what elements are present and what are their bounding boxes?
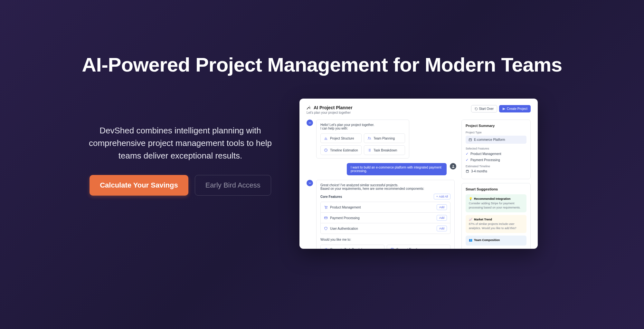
wand-icon	[307, 105, 311, 110]
check-icon: ✓	[466, 158, 469, 162]
timeline-value: 3-4 months	[466, 169, 526, 173]
send-icon	[502, 107, 506, 111]
add-all-button[interactable]: + Add All	[434, 194, 450, 199]
svg-point-4	[311, 123, 311, 123]
svg-point-11	[308, 183, 309, 184]
ai-message: Hello! Let's plan your project together.…	[316, 120, 409, 159]
project-type-label: Project Type	[466, 131, 526, 134]
smart-suggestions-card: Smart Suggestions 💡Recommended Integrati…	[461, 183, 531, 249]
svg-rect-17	[466, 170, 469, 172]
svg-point-12	[311, 183, 311, 184]
svg-point-3	[308, 123, 309, 123]
ai-message: Great choice! I've analyzed similar succ…	[316, 180, 455, 249]
timeline-label: Estimated Timeline	[466, 165, 526, 168]
create-project-button[interactable]: Create Project	[499, 105, 531, 112]
suggestion-item: 📈Market Trend 87% of similar projects in…	[466, 215, 526, 233]
ai-avatar	[307, 180, 313, 186]
user-avatar	[450, 163, 456, 169]
trend-icon: 📈	[469, 218, 472, 221]
svg-point-7	[452, 165, 454, 166]
list-icon	[324, 247, 328, 249]
mockup-subtitle: Let's plan your project together	[307, 111, 353, 114]
bulb-icon: 💡	[469, 197, 472, 200]
user-message: I want to build an e-commerce platform w…	[347, 163, 447, 175]
add-button[interactable]: Add	[437, 215, 447, 221]
cart-icon	[324, 205, 328, 209]
ai-avatar	[307, 120, 313, 126]
followup-prompt: Would you like me to:	[320, 238, 450, 241]
team-icon: 👥	[469, 238, 472, 242]
feature-row: User Authentication Add	[320, 223, 450, 234]
svg-rect-15	[325, 217, 327, 219]
hero-subtitle: DevShed combines intelligent planning wi…	[80, 124, 280, 162]
suggestion-item: 👥Team Composition	[466, 236, 526, 246]
svg-point-2	[311, 122, 311, 122]
list-icon	[367, 148, 371, 152]
start-over-button[interactable]: Start Over	[471, 105, 497, 112]
core-features-label: Core Features	[320, 195, 342, 198]
svg-point-10	[311, 182, 311, 182]
selected-feature: ✓Payment Processing	[466, 158, 526, 162]
hero-title: AI-Powered Project Management for Modern…	[32, 53, 612, 76]
svg-point-8	[309, 183, 310, 184]
svg-point-1	[308, 122, 309, 122]
action-generate-breakdown[interactable]: Generate Task Breakdown	[320, 245, 384, 249]
project-type-value: E-commerce Platform	[466, 136, 526, 144]
action-suggest-timeline[interactable]: Suggest Timeline	[387, 245, 451, 249]
mockup-title: AI Project Planner	[314, 105, 353, 110]
tile-timeline[interactable]: Timeline Estimation	[320, 145, 362, 155]
calendar-icon	[390, 247, 394, 249]
svg-point-13	[325, 208, 326, 209]
svg-point-14	[327, 208, 327, 209]
add-button[interactable]: Add	[437, 226, 447, 231]
selected-features-label: Selected Features	[466, 147, 526, 150]
svg-rect-16	[391, 248, 393, 249]
users-icon	[367, 136, 371, 140]
calculate-savings-button[interactable]: Calculate Your Savings	[90, 175, 188, 196]
project-summary-card: Project Summary Project Type E-commerce …	[461, 120, 531, 179]
calendar-icon	[466, 169, 469, 173]
rotate-icon	[475, 107, 478, 111]
feature-row: Payment Processing Add	[320, 213, 450, 223]
summary-title: Project Summary	[466, 124, 526, 128]
svg-point-5	[368, 137, 369, 138]
chart-icon	[324, 136, 328, 140]
tile-task-breakdown[interactable]: Task Breakdown	[364, 145, 405, 155]
check-icon: ✓	[466, 152, 469, 156]
add-button[interactable]: Add	[437, 204, 447, 210]
selected-feature: ✓Product Management	[466, 152, 526, 156]
early-bird-button[interactable]: Early Bird Access	[195, 175, 271, 196]
store-icon	[469, 138, 472, 141]
svg-point-9	[308, 182, 309, 182]
svg-point-0	[309, 122, 310, 123]
clock-icon	[324, 148, 328, 152]
tile-team-planning[interactable]: Team Planning	[364, 133, 405, 143]
feature-row: Product Management Add	[320, 202, 450, 213]
suggestions-title: Smart Suggestions	[466, 187, 526, 191]
card-icon	[324, 216, 328, 220]
suggestion-item: 💡Recommended Integration Consider adding…	[466, 194, 526, 212]
shield-icon	[324, 227, 328, 230]
tile-project-structure[interactable]: Project Structure	[320, 133, 362, 143]
app-mockup: AI Project Planner Let's plan your proje…	[299, 99, 538, 249]
plus-icon: +	[436, 195, 438, 198]
